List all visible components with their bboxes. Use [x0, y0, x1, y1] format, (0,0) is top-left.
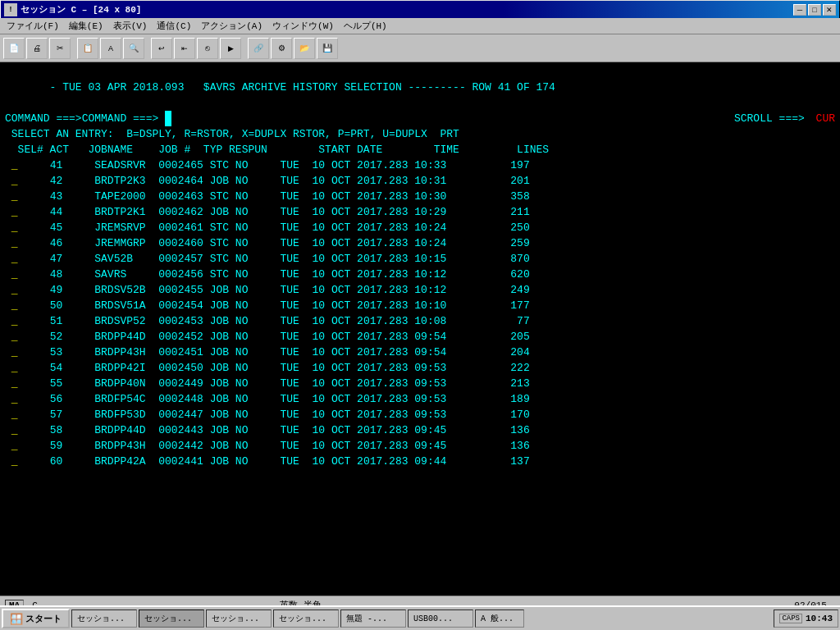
menu-comm[interactable]: 通信(C)	[153, 19, 194, 33]
menu-help[interactable]: ヘルプ(H)	[340, 19, 390, 33]
taskbar-item-3[interactable]: セッショ...	[206, 609, 272, 628]
table-row[interactable]: _ 60 BRDPP42A 0002441 JOB NO TUE 10 OCT …	[5, 454, 835, 469]
tb-btn-5[interactable]: A	[100, 38, 121, 59]
taskbar-item-5[interactable]: 無題 -...	[340, 609, 406, 628]
start-icon: 🪟	[10, 613, 23, 625]
minimize-button[interactable]: ─	[793, 4, 806, 16]
table-row[interactable]: _ 52 BRDPP44D 0002452 JOB NO TUE 10 OCT …	[5, 329, 835, 345]
table-row[interactable]: _ 47 SAV52B 0002457 STC NO TUE 10 OCT 20…	[5, 251, 835, 267]
menu-edit[interactable]: 編集(E)	[66, 19, 107, 33]
taskbar: 🪟 スタート セッショ... セッショ... セッショ... セッショ... 無…	[0, 605, 840, 630]
table-row[interactable]: _ 53 BRDPP43H 0002451 JOB NO TUE 10 OCT …	[5, 345, 835, 360]
table-row[interactable]: _ 58 BRDPP44D 0002443 JOB NO TUE 10 OCT …	[5, 422, 835, 438]
start-label: スタート	[25, 613, 62, 625]
tb-btn-12[interactable]: ⚙	[271, 38, 292, 59]
command-line: COMMAND ===> COMMAND ===> SCROLL ===> CU…	[5, 111, 835, 126]
select-line: SELECT AN ENTRY: B=DSPLY, R=RSTOR, X=DUP…	[5, 126, 835, 142]
title-bar: ! セッション C – [24 x 80] ─ □ ✕	[0, 0, 840, 18]
header-text: - TUE 03 APR 2018.093 $AVRS ARCHIVE HIST…	[43, 81, 555, 94]
table-row[interactable]: _ 44 BRDTP2K1 0002462 JOB NO TUE 10 OCT …	[5, 204, 835, 220]
table-row[interactable]: _ 50 BRDSV51A 0002454 JOB NO TUE 10 OCT …	[5, 298, 835, 313]
title-bar-left: ! セッション C – [24 x 80]	[4, 3, 141, 16]
menu-action[interactable]: アクション(A)	[198, 19, 266, 33]
table-row[interactable]: _ 46 JREMMGRP 0002460 STC NO TUE 10 OCT …	[5, 235, 835, 251]
table-row[interactable]: _ 51 BRDSVP52 0002453 JOB NO TUE 10 OCT …	[5, 313, 835, 329]
table-row[interactable]: _ 54 BRDPP42I 0002450 JOB NO TUE 10 OCT …	[5, 360, 835, 376]
table-row[interactable]: _ 56 BRDFP54C 0002448 JOB NO TUE 10 OCT …	[5, 391, 835, 407]
command-cursor	[165, 111, 171, 126]
menu-view[interactable]: 表示(V)	[110, 19, 151, 33]
menu-bar: ファイル(F) 編集(E) 表示(V) 通信(C) アクション(A) ウィンドウ…	[0, 18, 840, 34]
time-display: 10:43	[806, 614, 833, 623]
tb-btn-8[interactable]: ⇤	[174, 38, 195, 59]
table-row[interactable]: _ 48 SAVRS 0002456 STC NO TUE 10 OCT 201…	[5, 267, 835, 282]
tb-btn-4[interactable]: 📋	[77, 38, 98, 59]
window-title: セッション C – [24 x 80]	[21, 3, 141, 16]
command-label-text: COMMAND ===>	[82, 111, 165, 126]
taskbar-item-1[interactable]: セッショ...	[71, 609, 137, 628]
table-row[interactable]: _ 43 TAPE2000 0002463 STC NO TUE 10 OCT …	[5, 189, 835, 204]
table-row[interactable]: _ 55 BRDPP40N 0002449 JOB NO TUE 10 OCT …	[5, 376, 835, 391]
tb-btn-14[interactable]: 💾	[317, 38, 338, 59]
table-row[interactable]: _ 45 JREMSRVP 0002461 STC NO TUE 10 OCT …	[5, 220, 835, 235]
menu-window[interactable]: ウィンドウ(W)	[269, 19, 337, 33]
menu-file[interactable]: ファイル(F)	[3, 19, 62, 33]
tb-btn-9[interactable]: ⎋	[197, 38, 218, 59]
tb-btn-10[interactable]: ▶	[220, 38, 241, 59]
table-row[interactable]: _ 57 BRDFP53D 0002447 JOB NO TUE 10 OCT …	[5, 407, 835, 422]
tb-btn-11[interactable]: 🔗	[248, 38, 269, 59]
table-row[interactable]: _ 41 SEADSRVR 0002465 STC NO TUE 10 OCT …	[5, 158, 835, 173]
tb-btn-7[interactable]: ↩	[151, 38, 172, 59]
window-controls: ─ □ ✕	[793, 4, 836, 16]
table-row[interactable]: _ 49 BRDSV52B 0002455 JOB NO TUE 10 OCT …	[5, 282, 835, 298]
header-line: - TUE 03 APR 2018.093 $AVRS ARCHIVE HIST…	[5, 64, 835, 111]
taskbar-item-6[interactable]: USB00...	[408, 609, 473, 628]
table-row[interactable]: _ 59 BRDPP43H 0002442 JOB NO TUE 10 OCT …	[5, 438, 835, 454]
tb-btn-2[interactable]: 🖨	[26, 38, 48, 59]
close-button[interactable]: ✕	[823, 4, 836, 16]
command-label: COMMAND ===>	[5, 111, 82, 126]
caps-indicator: CAPS	[779, 614, 802, 623]
col-header: SEL# ACT JOBNAME JOB # TYP RESPUN START …	[5, 142, 835, 158]
scroll-label: SCROLL ===>	[376, 111, 816, 126]
tb-btn-13[interactable]: 📂	[294, 38, 315, 59]
terminal-area[interactable]: - TUE 03 APR 2018.093 $AVRS ARCHIVE HIST…	[0, 62, 840, 596]
data-rows: _ 41 SEADSRVR 0002465 STC NO TUE 10 OCT …	[5, 158, 835, 469]
taskbar-item-2[interactable]: セッショ...	[139, 609, 204, 628]
tb-btn-6[interactable]: 🔍	[123, 38, 144, 59]
maximize-button[interactable]: □	[808, 4, 821, 16]
scroll-value: CUR	[816, 111, 835, 126]
tb-btn-1[interactable]: 📄	[3, 38, 25, 59]
table-row[interactable]: _ 42 BRDTP2K3 0002464 JOB NO TUE 10 OCT …	[5, 173, 835, 189]
toolbar: 📄 🖨 ✂ 📋 A 🔍 ↩ ⇤ ⎋ ▶ 🔗 ⚙ 📂 💾	[0, 34, 840, 62]
taskbar-item-7[interactable]: A 般...	[475, 609, 524, 628]
app-icon: !	[4, 3, 17, 16]
tb-btn-3[interactable]: ✂	[49, 38, 71, 59]
taskbar-item-4[interactable]: セッショ...	[273, 609, 339, 628]
taskbar-right: CAPS 10:43	[774, 609, 838, 628]
start-button[interactable]: 🪟 スタート	[2, 609, 70, 628]
